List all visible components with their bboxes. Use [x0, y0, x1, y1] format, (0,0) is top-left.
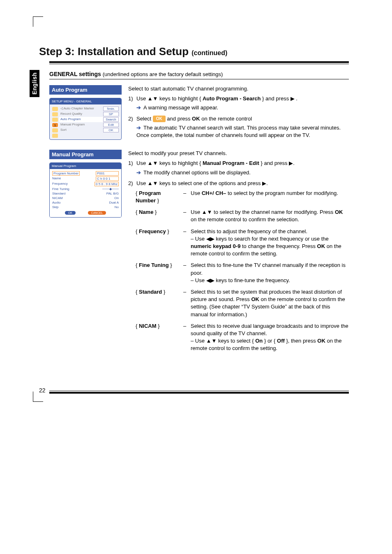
up-down-icon: ▲▼ [148, 95, 158, 102]
manual-program-intro: Select to modify your preset TV channels… [128, 150, 349, 157]
setup-menu-osd: SETUP MENU - GENERAL 1 ◁ Auto Chapter Ma… [49, 98, 122, 140]
osd-ok-button: OK [65, 211, 76, 215]
step-number: 1) [128, 160, 134, 167]
osd-row: ◁ Auto Chapter Marker5min. [59, 106, 120, 111]
up-down-icon: ▲▼ [202, 209, 212, 216]
manual-program-osd: Manual Program Program NumberP001 NameC … [49, 162, 122, 218]
auto-program-step-1: 1) Use ▲▼ keys to highlight { Auto Progr… [128, 95, 349, 102]
option-row-standard: { Standard } – Select this to set the sy… [136, 288, 349, 318]
osd-icon [52, 128, 58, 132]
osd-row: Fine Tuning───◆─── [52, 187, 119, 191]
osd-cancel-button: CANCEL [88, 211, 106, 215]
step-number: 2) [128, 115, 134, 123]
language-tab: English [30, 70, 39, 97]
section-header: GENERAL settings (underlined options are… [49, 68, 349, 79]
rule-top-thin [49, 64, 349, 64]
up-down-icon: ▲▼ [148, 180, 158, 187]
manual-program-heading: Manual Program [49, 150, 122, 159]
osd-row-highlighted: Auto ProgramSearch [59, 117, 120, 122]
osd-row: AudioDual A [52, 200, 119, 205]
osd-icon [52, 107, 58, 111]
osd-icon-selected: 1 [52, 123, 58, 127]
step-number: 1) [128, 95, 134, 102]
auto-program-heading: Auto Program [49, 85, 122, 95]
page-number: 22 [39, 387, 46, 394]
auto-program-step-2-result: The automatic TV channel search will sta… [128, 124, 349, 139]
right-triangle-icon: ▶ [289, 160, 293, 167]
rule-bottom-thick [49, 392, 349, 394]
osd-icon [52, 134, 58, 138]
right-triangle-icon: ▶ [262, 180, 266, 187]
rule-bottom-thin [49, 391, 349, 391]
osd-icon [52, 118, 58, 122]
auto-program-step-1-result: A warning message will appear. [128, 104, 349, 111]
up-down-icon: ▲▼ [148, 160, 158, 167]
osd-row: SortOK [59, 127, 120, 133]
section-header-note: (underlined options are the factory defa… [103, 71, 223, 77]
left-right-icon: ◀▶ [206, 235, 214, 243]
rule-top-thick [49, 61, 349, 63]
osd-row: Frequency0 5 8 . 9 8 Mhz [52, 181, 119, 187]
page-title: Step 3: Installation and Setup (continue… [39, 45, 359, 58]
option-row-frequency: { Frequency } – Select this to adjust th… [136, 228, 349, 258]
ok-badge-icon: OK [153, 116, 166, 122]
manual-program-osd-title: Manual Program [50, 163, 121, 169]
manual-program-step-1-result: The modify channel options will be displ… [128, 169, 349, 176]
osd-row-highlighted: Program NumberP001 [52, 171, 119, 176]
osd-row: NameC h 0 0 1 [52, 176, 119, 181]
osd-icon-rail: 1 [51, 106, 59, 138]
option-row-fine-tuning: { Fine Tuning } – Select this to fine-tu… [136, 262, 349, 284]
section-header-bold: GENERAL settings [49, 71, 103, 77]
option-row-nicam: { NICAM } – Select this to receive dual … [136, 322, 349, 352]
options-list: { Program Number } – Use CH+/ CH– to sel… [128, 190, 349, 352]
osd-row: Manual ProgramEdit [59, 122, 120, 127]
option-row-program-number: { Program Number } – Use CH+/ CH– to sel… [136, 190, 349, 204]
osd-row: StandardPAL B/G [52, 191, 119, 196]
up-down-icon: ▲▼ [206, 337, 217, 345]
osd-row: NICAMOn [52, 196, 119, 200]
option-row-name: { Name } – Use ▲▼ to select by the chann… [136, 209, 349, 223]
osd-row: Record QualitySP [59, 111, 120, 117]
auto-program-step-2: 2) Select OK and press OK on the remote … [128, 115, 349, 123]
crop-mark-top-left [33, 16, 43, 27]
auto-program-intro: Select to start automatic TV channel pro… [128, 85, 349, 93]
osd-icon [52, 112, 58, 116]
right-triangle-icon: ▶ [291, 95, 295, 102]
left-right-icon: ◀▶ [206, 277, 214, 284]
step-number: 2) [128, 180, 134, 187]
page-title-continued: (continued) [191, 49, 227, 56]
manual-program-step-2: 2) Use ▲▼ keys to select one of the opti… [128, 180, 349, 187]
manual-program-step-1: 1) Use ▲▼ keys to highlight { Manual Pro… [128, 160, 349, 167]
osd-row: SkipNo [52, 205, 119, 209]
setup-menu-osd-title: SETUP MENU - GENERAL [50, 98, 121, 104]
page-title-main: Step 3: Installation and Setup [39, 45, 191, 58]
